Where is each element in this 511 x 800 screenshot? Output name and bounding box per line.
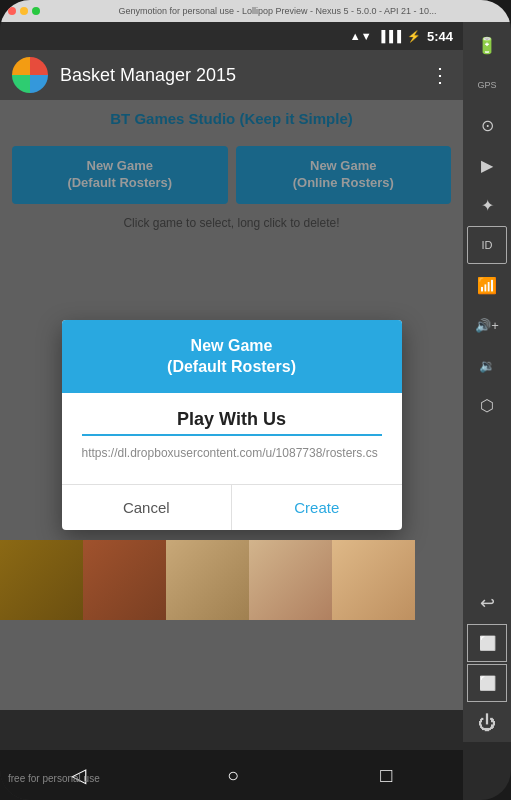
id-icon[interactable]: ID bbox=[467, 226, 507, 264]
new-game-dialog: New Game (Default Rosters) Play With Us … bbox=[62, 320, 402, 531]
phone-frame: Genymotion for personal use - Lollipop P… bbox=[0, 0, 511, 800]
create-button[interactable]: Create bbox=[232, 485, 402, 530]
player-image-5 bbox=[332, 540, 415, 620]
power-icon[interactable]: ⏻ bbox=[467, 704, 507, 742]
right-panel: 🔋 GPS ⊙ ▶ ✦ ID 📶 🔊+ 🔉 ⬡ ↩ ⬜ ⬜ ⏻ bbox=[463, 22, 511, 742]
window-chrome: Genymotion for personal use - Lollipop P… bbox=[0, 0, 511, 22]
input-underline bbox=[82, 434, 382, 436]
game-name-label: Play With Us bbox=[82, 409, 382, 430]
roster-url-text[interactable]: https://dl.dropboxusercontent.com/u/1087… bbox=[82, 446, 382, 460]
free-text: free for personal use bbox=[8, 773, 100, 784]
home-button[interactable]: ○ bbox=[227, 764, 239, 787]
player-image-2 bbox=[83, 540, 166, 620]
battery-icon: 🔋 bbox=[467, 26, 507, 64]
recents-panel-icon[interactable]: ⬜ bbox=[467, 624, 507, 662]
recents-button[interactable]: □ bbox=[380, 764, 392, 787]
cancel-button[interactable]: Cancel bbox=[62, 485, 233, 530]
chrome-close[interactable] bbox=[8, 7, 16, 15]
camera-icon[interactable]: ⊙ bbox=[467, 106, 507, 144]
wifi-icon: ▲▼ bbox=[350, 30, 372, 42]
dialog-body: Play With Us https://dl.dropboxuserconte… bbox=[62, 393, 402, 476]
chrome-title: Genymotion for personal use - Lollipop P… bbox=[52, 6, 503, 16]
player-image-4 bbox=[249, 540, 332, 620]
vol-up-icon[interactable]: 🔊+ bbox=[467, 306, 507, 344]
video-icon[interactable]: ▶ bbox=[467, 146, 507, 184]
settings-icon[interactable]: ✦ bbox=[467, 186, 507, 224]
nav-bar: free for personal use ◁ ○ □ bbox=[0, 750, 463, 800]
vol-down-icon[interactable]: 🔉 bbox=[467, 346, 507, 384]
status-bar: ▲▼ ▐▐▐ ⚡ 5:44 bbox=[0, 22, 463, 50]
app-title: Basket Manager 2015 bbox=[60, 65, 418, 86]
dialog-title: New Game (Default Rosters) bbox=[82, 336, 382, 378]
wifi-panel-icon[interactable]: 📶 bbox=[467, 266, 507, 304]
player-image-3 bbox=[166, 540, 249, 620]
player-image-1 bbox=[0, 540, 83, 620]
chrome-maximize[interactable] bbox=[32, 7, 40, 15]
home-panel-icon[interactable]: ⬜ bbox=[467, 664, 507, 702]
dialog-header: New Game (Default Rosters) bbox=[62, 320, 402, 394]
app-logo bbox=[12, 57, 48, 93]
battery-indicator: ⚡ bbox=[407, 30, 421, 43]
gps-label: GPS bbox=[467, 66, 507, 104]
overflow-menu-button[interactable]: ⋮ bbox=[430, 63, 451, 87]
signal-bars: ▐▐▐ bbox=[378, 30, 401, 42]
main-content: BT Games Studio (Keep it Simple) New Gam… bbox=[0, 100, 463, 710]
clock: 5:44 bbox=[427, 29, 453, 44]
app-bar: Basket Manager 2015 ⋮ bbox=[0, 50, 463, 100]
dialog-actions: Cancel Create bbox=[62, 484, 402, 530]
chrome-minimize[interactable] bbox=[20, 7, 28, 15]
back-panel-icon[interactable]: ↩ bbox=[467, 584, 507, 622]
images-strip bbox=[0, 540, 415, 620]
rotate-icon[interactable]: ⬡ bbox=[467, 386, 507, 424]
